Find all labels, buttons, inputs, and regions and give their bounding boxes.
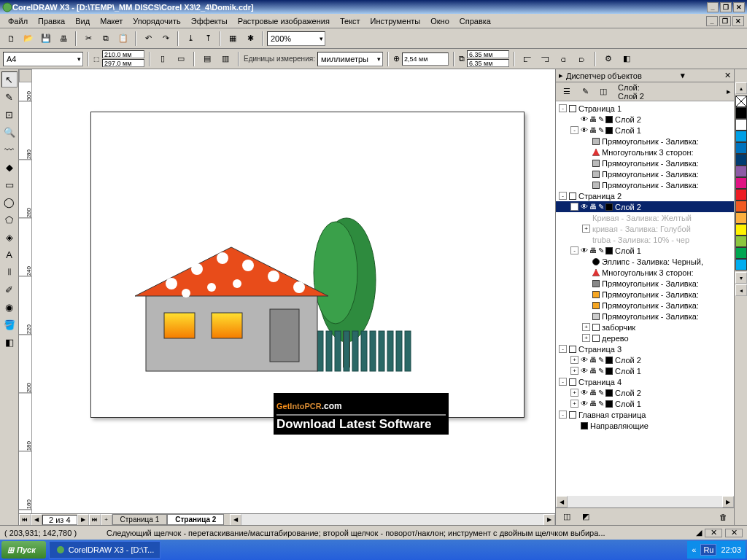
color-swatch[interactable]	[735, 177, 747, 189]
hscroll-track[interactable]	[241, 514, 543, 526]
palette-down-button[interactable]: ▾	[735, 272, 747, 284]
zoom-tool[interactable]: 🔍	[1, 124, 18, 140]
tray-expand-icon[interactable]: «	[692, 545, 696, 554]
color-swatch[interactable]	[735, 107, 747, 119]
menu-effects[interactable]: Эффекты	[186, 15, 233, 27]
landscape-button[interactable]: ▭	[173, 51, 189, 67]
page-tab[interactable]: Страница 2	[167, 514, 224, 525]
page-width-input[interactable]: 210.0 мм	[102, 50, 144, 58]
freehand-tool[interactable]: 〰	[1, 141, 18, 158]
close-button[interactable]: ✕	[733, 2, 745, 12]
options-button-2[interactable]: ◧	[619, 51, 635, 67]
fill-indicator-icon[interactable]: ◢	[696, 528, 702, 537]
menu-bitmaps[interactable]: Растровые изображения	[233, 15, 335, 27]
ellipse-tool[interactable]: ◯	[1, 194, 18, 210]
pick-tool[interactable]: ↖	[1, 71, 18, 88]
tree-item[interactable]: -👁🖶✎Слой 1	[556, 245, 734, 256]
panel-menu-button[interactable]: ▾	[681, 71, 685, 80]
snap-button-2[interactable]: ⫎	[538, 51, 554, 67]
tree-item[interactable]: Прямоугольник - Заливка:	[556, 136, 734, 147]
tree-item[interactable]: Эллипс - Заливка: Черный,	[556, 256, 734, 267]
app-launcher-button[interactable]: ▦	[225, 31, 241, 47]
tree-item[interactable]: Прямоугольник - Заливка:	[556, 168, 734, 179]
new-button[interactable]: 🗋	[3, 31, 19, 47]
taskbar-app-button[interactable]: CorelDRAW X3 - [D:\T...	[49, 541, 161, 559]
color-swatch[interactable]	[735, 119, 747, 131]
outline-tool[interactable]: ◉	[1, 299, 18, 315]
tree-item[interactable]: -Страница 4	[556, 376, 734, 387]
clock[interactable]: 22:03	[721, 545, 741, 554]
zoom-dropdown[interactable]: 200%	[267, 31, 325, 46]
ruler-origin[interactable]	[19, 69, 32, 82]
add-page-button[interactable]: +	[101, 514, 112, 526]
tree-item[interactable]: -Страница 2	[556, 190, 734, 201]
workspace[interactable]: GetIntoPCR.com Download Latest Software	[32, 82, 555, 513]
open-button[interactable]: 📂	[20, 31, 36, 47]
edit-button[interactable]: ✎	[577, 84, 593, 100]
tree-item[interactable]: Прямоугольник - Заливка:	[556, 158, 734, 168]
layer-manager-button[interactable]: ◫	[595, 84, 611, 100]
no-fill-indicator[interactable]: ✕	[705, 529, 722, 537]
tree-item[interactable]: Прямоугольник - Заливка:	[556, 179, 734, 190]
tree-item[interactable]: truba - Заливка: 10% - чер	[556, 234, 734, 245]
color-swatch[interactable]	[735, 154, 747, 166]
vertical-ruler[interactable]: 300280260240220200180160	[19, 82, 32, 513]
interactive-fill-tool[interactable]: ◧	[1, 334, 18, 350]
cut-button[interactable]: ✂	[80, 31, 96, 47]
paste-button[interactable]: 📋	[115, 31, 131, 47]
menu-tools[interactable]: Инструменты	[365, 15, 426, 27]
maximize-button[interactable]: ❐	[720, 2, 732, 12]
portrait-button[interactable]: ▯	[155, 51, 171, 67]
basic-shapes-tool[interactable]: ◈	[1, 229, 18, 245]
duplicate-x-input[interactable]: 6.35 мм	[467, 50, 509, 58]
nudge-input[interactable]: 2,54 мм	[402, 52, 449, 66]
next-page-button[interactable]: ▶	[77, 514, 89, 526]
duplicate-y-input[interactable]: 6.35 мм	[467, 59, 509, 67]
tree-item[interactable]: +кривая - Заливка: Голубой	[556, 223, 734, 234]
smart-fill-tool[interactable]: ◆	[1, 159, 18, 175]
prev-page-button[interactable]: ◀	[31, 514, 42, 526]
palette-up-button[interactable]: ▴	[735, 82, 747, 94]
tree-item[interactable]: Прямоугольник - Заливка:	[556, 300, 734, 311]
color-swatch[interactable]	[735, 224, 747, 236]
page-tab[interactable]: Страница 1	[112, 514, 168, 525]
text-tool[interactable]: A	[1, 246, 18, 262]
new-master-layer-button[interactable]: ◩	[578, 509, 594, 525]
tree-item[interactable]: -👁🖶✎Слой 2	[556, 201, 734, 212]
tree-item[interactable]: Прямоугольник - Заливка:	[556, 311, 734, 322]
redo-button[interactable]: ↷	[158, 31, 174, 47]
menu-help[interactable]: Справка	[454, 15, 496, 27]
hscroll-left[interactable]: ◀	[230, 514, 241, 526]
color-swatch[interactable]	[735, 189, 747, 201]
fill-tool[interactable]: 🪣	[1, 316, 18, 332]
rectangle-tool[interactable]: ▭	[1, 176, 18, 192]
export-button[interactable]: ⤒	[200, 31, 216, 47]
no-fill-swatch[interactable]	[735, 96, 747, 107]
menu-view[interactable]: Вид	[70, 15, 95, 27]
snap-button-1[interactable]: ⫍	[519, 51, 535, 67]
palette-flyout-button[interactable]: ◂	[735, 284, 747, 296]
panel-expand-icon[interactable]: ▸	[559, 71, 563, 80]
units-dropdown[interactable]: миллиметры	[317, 52, 383, 66]
mdi-close-button[interactable]: ✕	[732, 16, 744, 26]
object-tree[interactable]: -Страница 1👁🖶✎Слой 2-👁🖶✎Слой 1Прямоуголь…	[556, 101, 734, 496]
color-swatch[interactable]	[735, 131, 747, 142]
tree-item[interactable]: -👁🖶✎Слой 1	[556, 125, 734, 136]
panel-close-button[interactable]: ✕	[724, 71, 731, 80]
shape-tool[interactable]: ✎	[1, 89, 18, 105]
color-swatch[interactable]	[735, 166, 747, 177]
options-button-1[interactable]: ⚙	[600, 51, 616, 67]
menu-text[interactable]: Текст	[335, 15, 365, 27]
tree-item[interactable]: Прямоугольник - Заливка:	[556, 278, 734, 289]
all-pages-button[interactable]: ▤	[199, 51, 215, 67]
snap-button-4[interactable]: ⫐	[574, 51, 590, 67]
tree-item[interactable]: +👁🖶✎Слой 1	[556, 365, 734, 376]
color-swatch[interactable]	[735, 259, 747, 271]
print-button[interactable]: 🖶	[55, 31, 71, 47]
crop-tool[interactable]: ⊡	[1, 106, 18, 122]
blend-tool[interactable]: ⫴	[1, 264, 18, 280]
panel-flyout-button[interactable]: ▸	[727, 87, 731, 96]
language-indicator[interactable]: Ru	[700, 544, 716, 556]
polygon-tool[interactable]: ⬠	[1, 211, 18, 228]
copy-button[interactable]: ⧉	[98, 31, 114, 47]
